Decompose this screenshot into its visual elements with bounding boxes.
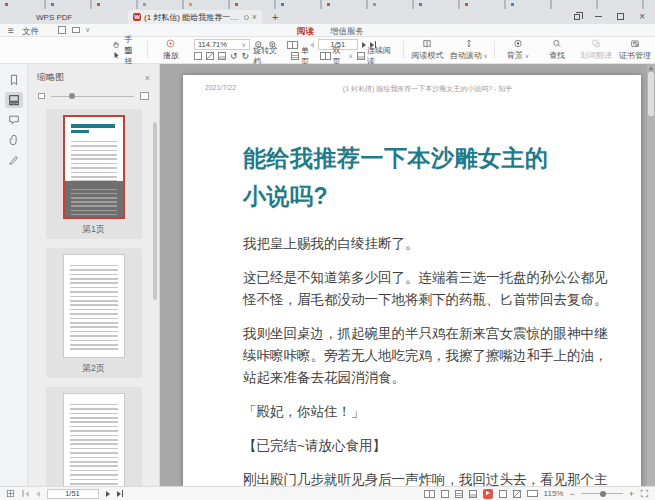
page-header-title: (1 封私信) 能给我推荐一下本沙雕女主的小说吗? - 知乎 bbox=[236, 84, 619, 94]
thumbnail-slider-track[interactable] bbox=[51, 96, 134, 97]
thumb-offscreen-overlay bbox=[65, 181, 123, 217]
previous-page-icon[interactable] bbox=[36, 491, 40, 497]
document-scrollbar[interactable] bbox=[647, 64, 655, 486]
paragraph: 这已经是不知道第多少回了。连端着三选一托盘的孙公公都见怪不怪，眉毛都没动一下地将… bbox=[243, 267, 613, 311]
fit-width-icon[interactable] bbox=[194, 52, 202, 60]
document-viewport[interactable]: 2021/7/22 (1 封私信) 能给我推荐一下本沙雕女主的小说吗? - 知乎… bbox=[160, 64, 655, 486]
zoom-out-minus-icon[interactable]: − bbox=[569, 489, 574, 499]
tab-pin-icon[interactable] bbox=[244, 15, 249, 20]
pointer-tools: 手型 选择 bbox=[112, 39, 140, 61]
hamburger-menu-icon[interactable]: ≡ bbox=[8, 25, 14, 36]
first-page-icon[interactable] bbox=[22, 490, 29, 497]
paragraph: 我则坐回桌边，抓起碗里的半只鸡在新来宫女震惊的眼神中继续咔嚓咔嚓。旁若无人地吃完… bbox=[243, 323, 613, 389]
statusbar-zoom-value[interactable]: 115% bbox=[544, 489, 564, 498]
close-window-icon[interactable]: × bbox=[639, 13, 645, 21]
full-width-icon[interactable] bbox=[527, 490, 538, 497]
select-tool-button[interactable]: 选择 bbox=[112, 50, 140, 61]
page-grid-icon[interactable] bbox=[6, 489, 15, 498]
reading-mode-button[interactable]: 阅读模式 bbox=[411, 39, 443, 61]
page-header: 2021/7/22 (1 封私信) 能给我推荐一下本沙雕女主的小说吗? - 知乎 bbox=[205, 84, 619, 94]
fit-page-icon[interactable] bbox=[441, 490, 449, 498]
wps-logo-icon: W bbox=[133, 13, 141, 21]
signature-panel-icon[interactable] bbox=[5, 152, 23, 168]
certificate-manage-label: 证书管理 bbox=[619, 50, 651, 61]
chevron-down-icon: ∨ bbox=[523, 53, 529, 59]
play-button[interactable]: 播放 bbox=[155, 39, 187, 61]
zoom-slider-handle[interactable] bbox=[600, 491, 606, 497]
multi-page-view-icon[interactable] bbox=[424, 490, 435, 498]
last-page-icon[interactable] bbox=[117, 490, 124, 497]
print-icon[interactable] bbox=[72, 27, 80, 33]
bookmarks-panel-icon[interactable] bbox=[5, 72, 23, 88]
menubar: ≡ 文件 ∨ 阅读 增值服务 bbox=[0, 24, 655, 37]
rotate-right-icon[interactable]: ↻ bbox=[241, 51, 249, 61]
find-label: 查找 bbox=[549, 50, 565, 61]
zoom-level-value: 114.71% bbox=[198, 40, 227, 49]
zoom-and-view-tools: 114.71% ∨ 1/51 ↺ ↻ 旋转文档 bbox=[194, 39, 397, 61]
maximize-icon[interactable] bbox=[617, 13, 624, 20]
scroll-up-icon[interactable] bbox=[649, 66, 653, 70]
thumbnail-card-page-2[interactable]: 第2页 bbox=[46, 248, 142, 378]
double-page-icon bbox=[320, 52, 331, 60]
comments-panel-icon[interactable] bbox=[5, 112, 23, 128]
thumbnail-slider-handle[interactable] bbox=[69, 93, 75, 99]
caret-down-icon[interactable]: ∨ bbox=[85, 26, 90, 34]
chevron-down-icon: ∨ bbox=[482, 53, 488, 59]
thumbnail-page-2[interactable] bbox=[63, 254, 125, 358]
thumbnail-card-page-3[interactable] bbox=[46, 387, 142, 486]
single-page-view-icon[interactable] bbox=[455, 490, 463, 498]
minimize-icon[interactable] bbox=[595, 16, 602, 17]
open-file-icon[interactable] bbox=[58, 26, 66, 34]
thumbnail-page-1[interactable] bbox=[63, 115, 125, 219]
attachments-panel-icon[interactable] bbox=[5, 132, 23, 148]
thumbnail-card-page-1[interactable]: 第1页 bbox=[46, 109, 142, 239]
play-label: 播放 bbox=[163, 50, 179, 61]
auto-scroll-button[interactable]: 自动滚动 ∨ bbox=[450, 39, 487, 61]
thumb-title-bar bbox=[71, 130, 89, 134]
window-controls: × bbox=[574, 12, 645, 21]
zoom-in-plus-icon[interactable]: + bbox=[629, 489, 634, 499]
background-button[interactable]: 背景 ∨ bbox=[502, 39, 534, 61]
statusbar-page-indicator[interactable]: 1/51 bbox=[47, 489, 99, 499]
app-label: WPS PDF bbox=[36, 13, 72, 22]
sidebar-icon-strip bbox=[0, 64, 28, 486]
article-title-line2: 小说吗? bbox=[243, 177, 605, 215]
fullscreen-icon[interactable] bbox=[640, 489, 649, 498]
thumbnail-page-3[interactable] bbox=[63, 393, 125, 486]
thumbnail-scrollbar[interactable] bbox=[153, 122, 157, 300]
small-thumbnail-icon[interactable] bbox=[38, 93, 45, 99]
toolbar-separator bbox=[494, 41, 495, 59]
single-page-icon bbox=[291, 52, 299, 60]
find-button[interactable]: 查找 bbox=[541, 39, 573, 61]
large-thumbnail-icon[interactable] bbox=[140, 92, 149, 100]
next-page-icon[interactable] bbox=[106, 491, 110, 497]
new-tab-button[interactable]: + bbox=[272, 11, 278, 23]
restore-icon[interactable] bbox=[574, 14, 580, 20]
rotate-left-icon[interactable]: ↺ bbox=[230, 51, 238, 61]
background-label: 背景 bbox=[507, 51, 523, 60]
certificate-manage-button[interactable]: 证书管理 bbox=[619, 39, 651, 61]
actual-size-icon[interactable] bbox=[218, 52, 226, 60]
titlebar: WPS PDF W (1 封私信) 能给我推荐一下… × + × bbox=[0, 9, 655, 24]
document-scrollbar-thumb[interactable] bbox=[648, 72, 654, 116]
chevron-down-icon: ∨ bbox=[349, 52, 353, 59]
toolbar-separator bbox=[403, 41, 404, 59]
zoom-level-select[interactable]: 114.71% ∨ bbox=[194, 39, 250, 50]
thumbnail-label: 第1页 bbox=[82, 223, 105, 236]
thumb-text-lines bbox=[70, 401, 118, 486]
document-tab[interactable]: W (1 封私信) 能给我推荐一下… × bbox=[128, 10, 262, 24]
reading-mode-label: 阅读模式 bbox=[411, 50, 443, 61]
fit-screen-icon[interactable] bbox=[513, 490, 521, 498]
continuous-read-icon bbox=[357, 52, 365, 60]
paragraph: 刚出殿门几步就听见身后一声炸响，我回过头去，看见那个主及 bbox=[243, 469, 613, 486]
statusbar: 1/51 115% − + bbox=[0, 486, 655, 500]
play-slideshow-icon[interactable] bbox=[483, 489, 493, 499]
close-panel-icon[interactable]: × bbox=[145, 73, 150, 83]
toolbar-separator bbox=[147, 41, 148, 59]
fit-width-icon[interactable] bbox=[499, 490, 507, 498]
thumbnails-panel-icon[interactable] bbox=[5, 92, 23, 108]
zoom-slider[interactable] bbox=[581, 493, 623, 494]
tab-close-icon[interactable]: × bbox=[252, 13, 257, 22]
fit-page-icon[interactable] bbox=[206, 52, 214, 60]
continuous-view-icon[interactable] bbox=[469, 490, 477, 498]
